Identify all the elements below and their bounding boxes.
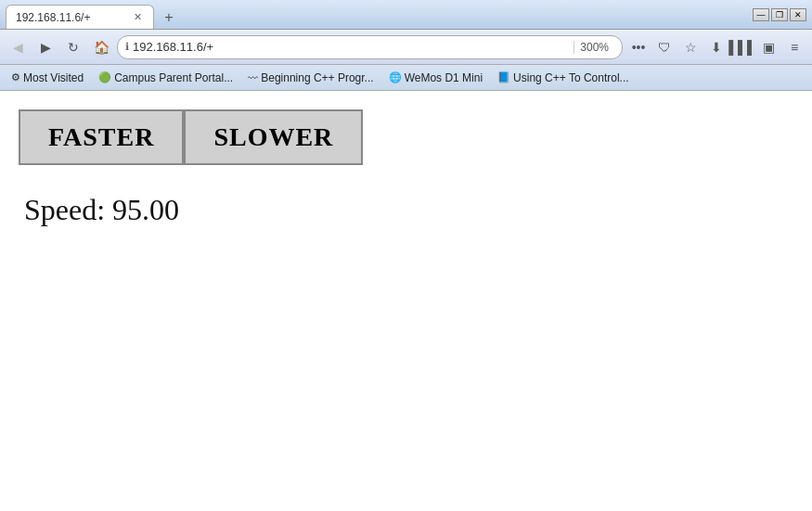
most-visited-icon: ⚙ [11, 71, 20, 83]
bookmarks-bar: ⚙ Most Visited 🟢 Campus Parent Portal...… [0, 65, 812, 91]
wemos-icon: 🌐 [389, 71, 402, 83]
address-bar[interactable]: ℹ 300% [117, 35, 623, 59]
cpp-icon: 〰 [248, 72, 258, 83]
shield-button[interactable]: 🛡 [652, 35, 677, 59]
campus-icon: 🟢 [98, 71, 111, 83]
bookmark-most-visited[interactable]: ⚙ Most Visited [6, 70, 89, 86]
bookmark-using-cpp[interactable]: 📘 Using C++ To Control... [492, 70, 635, 86]
bookmark-using-cpp-label: Using C++ To Control... [513, 71, 629, 84]
home-button[interactable]: 🏠 [89, 35, 113, 59]
zoom-level: 300% [574, 41, 614, 54]
forward-button[interactable]: ▶ [33, 35, 58, 59]
faster-button[interactable]: FASTER [19, 109, 184, 165]
refresh-button[interactable]: ↻ [61, 35, 85, 59]
sidebar-button[interactable]: ▣ [756, 35, 780, 59]
speed-controls: FASTER SLOWER [19, 109, 793, 165]
bookmark-campus-portal[interactable]: 🟢 Campus Parent Portal... [93, 70, 238, 86]
title-bar: 192.168.11.6/+ ✕ + — ❐ ✕ [0, 0, 812, 30]
close-window-button[interactable]: ✕ [790, 8, 806, 21]
tab-close-button[interactable]: ✕ [131, 11, 144, 24]
menu-button[interactable]: ≡ [782, 35, 806, 59]
bookmark-most-visited-label: Most Visited [23, 71, 84, 84]
nav-right-buttons: ••• 🛡 ☆ ⬇ ▌▌▌ ▣ ≡ [626, 35, 806, 59]
address-input[interactable] [133, 40, 566, 54]
more-button[interactable]: ••• [626, 35, 651, 59]
nav-bar: ◀ ▶ ↻ 🏠 ℹ 300% ••• 🛡 ☆ ⬇ ▌▌▌ ▣ ≡ [0, 30, 812, 65]
maximize-button[interactable]: ❐ [771, 8, 788, 21]
page-content: FASTER SLOWER Speed: 95.00 [0, 91, 812, 511]
bookmark-campus-label: Campus Parent Portal... [114, 71, 233, 84]
back-button[interactable]: ◀ [6, 35, 30, 59]
bookmark-wemos-label: WeMos D1 Mini [405, 71, 483, 84]
tab-area: 192.168.11.6/+ ✕ + [6, 0, 753, 29]
bookmark-star-button[interactable]: ☆ [678, 35, 702, 59]
info-icon: ℹ [125, 41, 129, 53]
using-cpp-icon: 📘 [497, 71, 510, 83]
active-tab[interactable]: 192.168.11.6/+ ✕ [6, 5, 154, 29]
download-button[interactable]: ⬇ [704, 35, 728, 59]
tab-title: 192.168.11.6/+ [16, 11, 90, 24]
speed-display: Speed: 95.00 [19, 184, 793, 227]
bookmark-wemos[interactable]: 🌐 WeMos D1 Mini [383, 70, 488, 86]
window-controls: — ❐ ✕ [753, 8, 806, 21]
bookmark-cpp[interactable]: 〰 Beginning C++ Progr... [242, 70, 379, 86]
library-button[interactable]: ▌▌▌ [730, 35, 754, 59]
new-tab-button[interactable]: + [158, 6, 180, 29]
minimize-button[interactable]: — [753, 8, 769, 21]
bookmark-cpp-label: Beginning C++ Progr... [261, 71, 373, 84]
slower-button[interactable]: SLOWER [184, 109, 363, 165]
